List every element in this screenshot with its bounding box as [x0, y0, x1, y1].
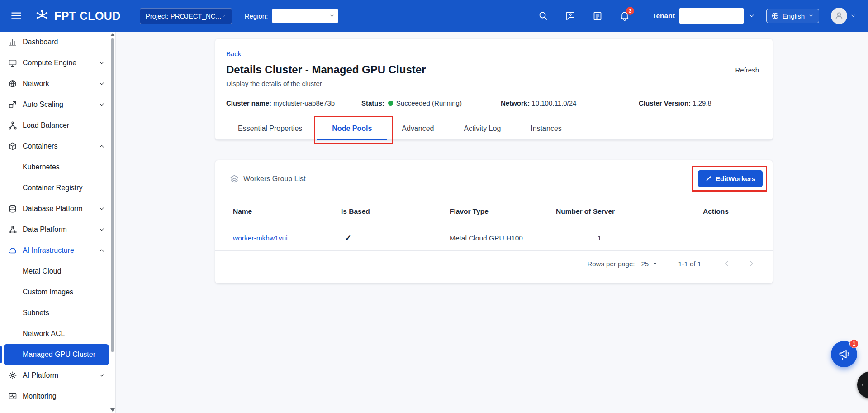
language-selector[interactable]: English	[766, 9, 819, 23]
chevron-down-icon[interactable]	[748, 12, 755, 19]
network-value: 10.100.11.0/24	[531, 99, 576, 107]
cluster-tabs: Essential Properties Node Pools Advanced…	[215, 119, 773, 140]
sidebar-item-load-balancer[interactable]: Load Balancer	[0, 115, 115, 136]
cluster-name-value: mycluster-uab8e73b	[273, 99, 335, 107]
topbar-icons: 3	[538, 10, 630, 21]
announcements-button[interactable]: 1	[831, 341, 857, 367]
sidebar-item-kubernetes[interactable]: Kubernetes	[0, 157, 115, 178]
rows-per-page-value: 25	[641, 260, 649, 268]
region-selector: Region:	[245, 9, 338, 23]
sidebar-item-subnets[interactable]: Subnets	[0, 303, 115, 323]
documentation-icon[interactable]	[592, 10, 603, 21]
edit-workers-button[interactable]: EditWorkers	[698, 170, 763, 187]
page-subtitle: Display the details of the cluster	[226, 80, 759, 87]
notifications-button[interactable]: 3	[619, 10, 630, 21]
sidebar-item-network[interactable]: Network	[0, 73, 115, 94]
worker-name-link[interactable]: worker-mkhw1vui	[233, 234, 288, 242]
scroll-down-arrow-icon[interactable]	[110, 408, 115, 412]
network-icon	[8, 79, 17, 88]
scroll-up-arrow-icon[interactable]	[110, 33, 115, 36]
chevron-down-icon	[808, 13, 814, 19]
sidebar-item-data-platform[interactable]: Data Platform	[0, 219, 115, 240]
sidebar-item-managed-gpu-cluster[interactable]: Managed GPU Cluster	[4, 344, 109, 365]
notification-count-badge: 3	[626, 7, 634, 15]
chevron-up-icon	[98, 247, 105, 254]
sidebar-item-label: Data Platform	[23, 226, 67, 234]
sidebar-item-label: Network	[23, 80, 49, 88]
sidebar-item-label: Monitoring	[23, 392, 57, 400]
sidebar-item-custom-images[interactable]: Custom Images	[0, 282, 115, 303]
version-value: 1.29.8	[693, 99, 711, 107]
sidebar-item-label: Auto Scaling	[23, 101, 63, 109]
caret-down-icon	[652, 260, 658, 267]
sidebar-item-label: Load Balancer	[23, 121, 69, 130]
sidebar-item-auto-scaling[interactable]: Auto Scaling	[0, 94, 115, 115]
tab-advanced[interactable]: Advanced	[387, 119, 449, 139]
main-content: Back Details Cluster - Managed GPU Clust…	[115, 32, 868, 413]
page-title: Details Cluster - Managed GPU Cluster	[226, 63, 426, 76]
tab-instances[interactable]: Instances	[516, 119, 576, 139]
project-selector-label: Project: PROJECT_NC...	[146, 12, 222, 20]
sidebar-item-ai-platform[interactable]: AI Platform	[0, 365, 115, 386]
project-selector[interactable]: Project: PROJECT_NC...	[140, 8, 232, 24]
chevron-down-icon	[850, 13, 856, 19]
refresh-button[interactable]: Refresh	[735, 66, 759, 74]
topbar: FPT CLOUD Project: PROJECT_NC... Region:…	[0, 0, 868, 32]
status-label: Status:	[361, 99, 384, 107]
cluster-info-row: Cluster name: mycluster-uab8e73b Status:…	[226, 99, 759, 107]
cluster-name-info: Cluster name: mycluster-uab8e73b	[226, 99, 361, 107]
sidebar-item-label: Network ACL	[23, 330, 65, 338]
tenant-input[interactable]	[679, 8, 744, 24]
sidebar-item-label: AI Platform	[23, 371, 58, 379]
pagination: Rows per page: 25 1-1 of 1	[215, 251, 773, 268]
is-based-checkmark-icon: ✓	[341, 233, 450, 243]
rows-per-page-select[interactable]: 25	[641, 260, 658, 268]
scrollbar-thumb[interactable]	[111, 38, 114, 352]
ai-infrastructure-icon	[8, 246, 17, 255]
megaphone-icon	[838, 348, 850, 360]
sidebar-item-network-acl[interactable]: Network ACL	[0, 323, 115, 344]
load-balancer-icon	[8, 121, 17, 130]
chevron-left-icon	[860, 382, 865, 388]
region-label: Region:	[245, 12, 268, 20]
sidebar-item-label: Containers	[23, 142, 57, 150]
database-platform-icon	[8, 204, 17, 213]
tab-activity-log[interactable]: Activity Log	[449, 119, 516, 139]
sidebar-item-compute-engine[interactable]: Compute Engine	[0, 53, 115, 73]
brand-logo[interactable]: FPT CLOUD	[34, 8, 121, 24]
workers-group-title: Workers Group List	[243, 175, 306, 183]
workers-group-title-row: Workers Group List	[230, 174, 306, 183]
sidebar-item-dashboard[interactable]: Dashboard	[0, 32, 115, 53]
table-header-row: Name Is Based Flavor Type Number of Serv…	[215, 197, 773, 226]
column-header-is-based: Is Based	[341, 207, 450, 216]
chevron-down-icon	[98, 205, 105, 212]
chevron-down-icon	[98, 372, 105, 379]
region-input[interactable]	[272, 9, 326, 23]
hamburger-menu-icon[interactable]	[10, 10, 23, 22]
rows-per-page-label: Rows per page:	[587, 260, 635, 268]
user-menu[interactable]	[831, 8, 856, 24]
sidebar-item-label: Kubernetes	[23, 163, 60, 171]
sidebar-item-metal-cloud[interactable]: Metal Cloud	[0, 261, 115, 282]
search-icon[interactable]	[538, 10, 549, 21]
sidebar-item-monitoring[interactable]: Monitoring	[0, 386, 115, 407]
tab-node-pools[interactable]: Node Pools	[317, 119, 387, 139]
tenant-label: Tenant	[652, 12, 675, 20]
next-page-icon[interactable]	[747, 259, 756, 268]
tenant-selector: Tenant	[652, 8, 755, 24]
chevron-down-icon	[221, 12, 226, 19]
previous-page-icon[interactable]	[722, 259, 731, 268]
back-link[interactable]: Back	[226, 50, 241, 58]
cluster-name-label: Cluster name:	[226, 99, 271, 107]
sidebar-item-ai-infrastructure[interactable]: AI Infrastructure	[0, 240, 115, 261]
sidebar-item-containers[interactable]: Containers	[0, 136, 115, 157]
sidebar-item-database-platform[interactable]: Database Platform	[0, 198, 115, 219]
cluster-network-info: Network: 10.100.11.0/24	[501, 99, 639, 107]
monitoring-icon	[8, 392, 17, 401]
sidebar-scrollbar[interactable]	[110, 32, 115, 413]
region-dropdown-button[interactable]	[326, 9, 338, 23]
sidebar-item-container-registry[interactable]: Container Registry	[0, 178, 115, 198]
tab-essential-properties[interactable]: Essential Properties	[223, 119, 317, 139]
data-platform-icon	[8, 225, 17, 234]
support-chat-icon[interactable]	[565, 10, 576, 21]
